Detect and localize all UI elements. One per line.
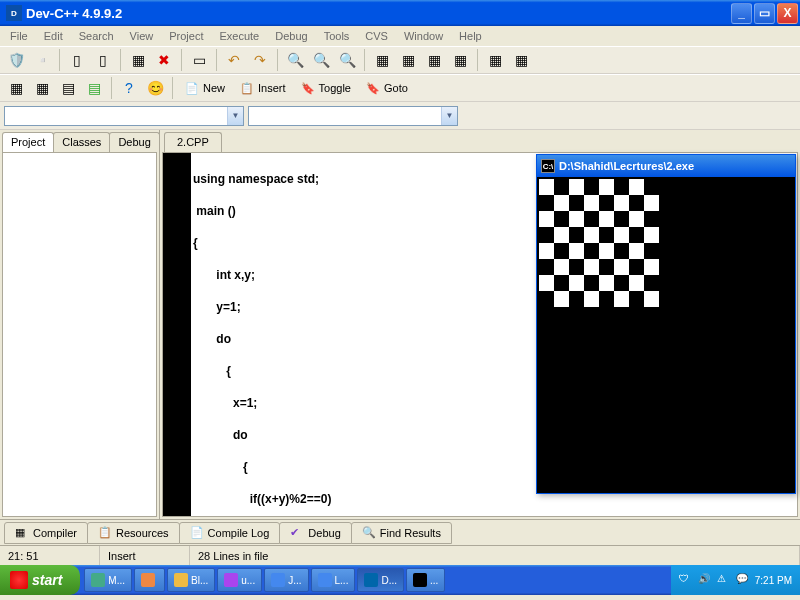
console-title: D:\Shahid\Lecrtures\2.exe — [559, 160, 694, 172]
taskbar-item[interactable]: ... — [406, 568, 445, 592]
menu-project[interactable]: Project — [161, 28, 211, 44]
tab-debug[interactable]: Debug — [109, 132, 159, 152]
options-icon[interactable]: ▭ — [187, 48, 211, 72]
open-file-icon[interactable]: ▫️ — [30, 48, 54, 72]
tab-compile-log[interactable]: 📄Compile Log — [179, 522, 281, 544]
redo-icon[interactable]: ↷ — [248, 48, 272, 72]
debug-icon[interactable]: ▦ — [483, 48, 507, 72]
menu-execute[interactable]: Execute — [211, 28, 267, 44]
new-button[interactable]: 📄New — [178, 76, 231, 100]
maximize-button[interactable]: ▭ — [754, 3, 775, 24]
tab-debug-bottom[interactable]: ✔Debug — [279, 522, 351, 544]
project-tree[interactable] — [2, 152, 157, 517]
menu-cvs[interactable]: CVS — [357, 28, 396, 44]
about-icon[interactable]: 😊 — [143, 76, 167, 100]
replace-icon[interactable]: 🔍 — [335, 48, 359, 72]
minimize-button[interactable]: _ — [731, 3, 752, 24]
menu-window[interactable]: Window — [396, 28, 451, 44]
dropdown-arrow-icon: ▼ — [441, 107, 457, 125]
menu-file[interactable]: File — [2, 28, 36, 44]
separator — [120, 49, 121, 71]
find-next-icon[interactable]: 🔍 — [309, 48, 333, 72]
tray-icon[interactable]: 🛡 — [679, 573, 693, 587]
menu-debug[interactable]: Debug — [267, 28, 315, 44]
log-icon: 📄 — [190, 526, 204, 540]
start-label: start — [32, 572, 62, 588]
tile4-icon[interactable]: ▤ — [82, 76, 106, 100]
toggle-label: Toggle — [319, 82, 351, 94]
dropdown-arrow-icon: ▼ — [227, 107, 243, 125]
menu-edit[interactable]: Edit — [36, 28, 71, 44]
menu-search[interactable]: Search — [71, 28, 122, 44]
taskbar-item[interactable]: J... — [264, 568, 308, 592]
taskbar-item-active[interactable]: D... — [357, 568, 404, 592]
windows-logo-icon — [10, 571, 28, 589]
tray-icon[interactable]: 🔊 — [698, 573, 712, 587]
toggle-button[interactable]: 🔖Toggle — [294, 76, 357, 100]
separator — [364, 49, 365, 71]
console-titlebar[interactable]: C:\ D:\Shahid\Lecrtures\2.exe — [537, 155, 795, 177]
combo-1[interactable]: ▼ — [4, 106, 244, 126]
workspace: Project Classes Debug 2.CPP using namesp… — [0, 130, 800, 519]
rebuild-icon[interactable]: ▦ — [448, 48, 472, 72]
menu-tools[interactable]: Tools — [316, 28, 358, 44]
new-label: New — [203, 82, 225, 94]
debug-stop-icon[interactable]: ▦ — [509, 48, 533, 72]
help-icon[interactable]: ? — [117, 76, 141, 100]
print-icon[interactable]: ▦ — [126, 48, 150, 72]
save-icon[interactable]: ▯ — [65, 48, 89, 72]
close-file-icon[interactable]: ✖ — [152, 48, 176, 72]
toolbar-main: 🛡️ ▫️ ▯ ▯ ▦ ✖ ▭ ↶ ↷ 🔍 🔍 🔍 ▦ ▦ ▦ ▦ ▦ ▦ — [0, 46, 800, 74]
save-all-icon[interactable]: ▯ — [91, 48, 115, 72]
goto-button[interactable]: 🔖Goto — [359, 76, 414, 100]
console-icon: C:\ — [541, 159, 555, 173]
taskbar-item[interactable]: Bl... — [167, 568, 215, 592]
separator — [477, 49, 478, 71]
menu-help[interactable]: Help — [451, 28, 490, 44]
new-file-icon[interactable]: 🛡️ — [4, 48, 28, 72]
tray-icon[interactable]: ⚠ — [717, 573, 731, 587]
taskbar-item[interactable] — [134, 568, 165, 592]
left-tabs-bar: Project Classes Debug — [0, 130, 159, 152]
separator — [111, 77, 112, 99]
close-button[interactable]: X — [777, 3, 798, 24]
compile-icon[interactable]: ▦ — [370, 48, 394, 72]
insert-label: Insert — [258, 82, 286, 94]
console-window[interactable]: C:\ D:\Shahid\Lecrtures\2.exe — [536, 154, 796, 494]
system-tray[interactable]: 🛡 🔊 ⚠ 💬 7:21 PM — [671, 565, 800, 595]
tab-find-results[interactable]: 🔍Find Results — [351, 522, 452, 544]
menubar: File Edit Search View Project Execute De… — [0, 26, 800, 46]
tab-project[interactable]: Project — [2, 132, 54, 152]
tab-resources[interactable]: 📋Resources — [87, 522, 180, 544]
tile-icon[interactable]: ▦ — [4, 76, 28, 100]
find-icon[interactable]: 🔍 — [283, 48, 307, 72]
start-button[interactable]: start — [0, 565, 80, 595]
taskbar-item[interactable]: M... — [84, 568, 132, 592]
tile2-icon[interactable]: ▦ — [30, 76, 54, 100]
tile3-icon[interactable]: ▤ — [56, 76, 80, 100]
separator — [172, 77, 173, 99]
left-panel: Project Classes Debug — [0, 130, 160, 519]
status-lines: 28 Lines in file — [190, 546, 800, 565]
run-icon[interactable]: ▦ — [396, 48, 420, 72]
find-icon: 🔍 — [362, 526, 376, 540]
tray-icon[interactable]: 💬 — [736, 573, 750, 587]
taskbar-item[interactable]: u... — [217, 568, 262, 592]
menu-view[interactable]: View — [122, 28, 162, 44]
clock: 7:21 PM — [755, 575, 792, 586]
editor-tab-2cpp[interactable]: 2.CPP — [164, 132, 222, 152]
goto-label: Goto — [384, 82, 408, 94]
tab-classes[interactable]: Classes — [53, 132, 110, 152]
separator — [59, 49, 60, 71]
undo-icon[interactable]: ↶ — [222, 48, 246, 72]
combo-2[interactable]: ▼ — [248, 106, 458, 126]
windows-taskbar: start M... Bl... u... J... L... D... ...… — [0, 565, 800, 595]
insert-button[interactable]: 📋Insert — [233, 76, 292, 100]
compiler-icon: ▦ — [15, 526, 29, 540]
editor-gutter — [163, 153, 191, 516]
tab-compiler[interactable]: ▦Compiler — [4, 522, 88, 544]
taskbar-item[interactable]: L... — [311, 568, 356, 592]
compile-run-icon[interactable]: ▦ — [422, 48, 446, 72]
debug-check-icon: ✔ — [290, 526, 304, 540]
editor-tabs: 2.CPP — [160, 130, 800, 152]
